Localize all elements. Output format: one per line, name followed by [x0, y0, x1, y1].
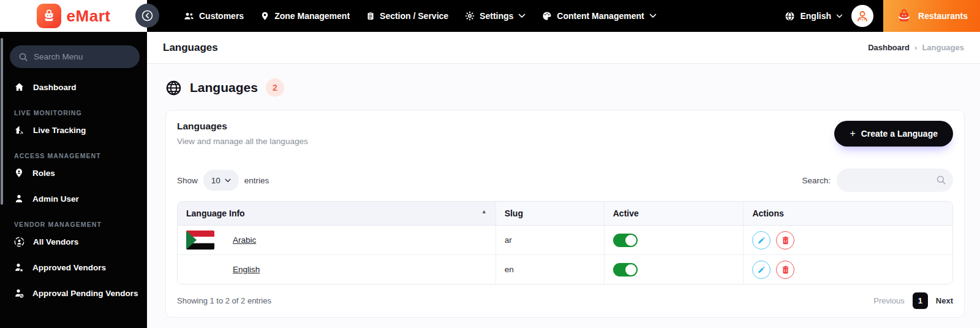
pencil-icon — [757, 265, 766, 274]
languages-table: Language Info ▲ Slug Active Actions — [177, 201, 953, 284]
create-language-button[interactable]: + Create a Language — [834, 121, 953, 147]
pencil-icon — [757, 236, 766, 245]
gear-icon — [465, 11, 475, 21]
arrow-left-circle-icon — [141, 9, 154, 22]
card-subtitle: View and manage all the languages — [177, 137, 308, 146]
palette-icon — [542, 11, 552, 21]
nav-settings[interactable]: Settings — [465, 11, 526, 21]
nav-customers-label: Customers — [199, 11, 244, 21]
slug-cell: ar — [496, 226, 604, 254]
role-pin-icon — [14, 168, 24, 178]
sidebar-item-approval-pending-vendors[interactable]: Approval Pending Vendors — [0, 280, 147, 306]
sidebar-section-live-monitoring: LIVE MONITORING — [14, 109, 147, 116]
sidebar-search-input[interactable] — [34, 52, 131, 61]
sidebar-section-vendor-management: VENDOR MANAGEMENT — [14, 221, 147, 228]
column-header-slug[interactable]: Slug — [496, 202, 604, 226]
toggle-knob — [625, 235, 636, 246]
language-link-english[interactable]: English — [233, 265, 260, 274]
column-header-language-info[interactable]: Language Info ▲ — [178, 202, 496, 226]
column-header-active[interactable]: Active — [604, 202, 744, 226]
delete-button-arabic[interactable] — [776, 231, 794, 250]
sidebar-section-access-management: ACCESS MANAGEMENT — [14, 152, 147, 159]
sidebar-item-live-tracking[interactable]: Live Tracking — [0, 117, 147, 143]
current-page-button[interactable]: 1 — [913, 292, 928, 309]
sidebar-scrollbar[interactable] — [1, 38, 3, 205]
language-selector[interactable]: English — [785, 11, 843, 21]
emart-bag-icon — [37, 4, 61, 28]
active-toggle-arabic[interactable] — [613, 234, 638, 247]
sidebar-item-label: All Vendors — [33, 237, 78, 246]
languages-count-badge: 2 — [266, 78, 284, 97]
restaurant-bag-icon — [895, 7, 913, 25]
table-footer: Showing 1 to 2 of 2 entries Previous 1 N… — [177, 292, 953, 309]
nav-settings-label: Settings — [480, 11, 513, 21]
nav-section-service-label: Section / Service — [380, 11, 448, 21]
card-header: Languages View and manage all the langua… — [177, 121, 953, 147]
vendors-circle-icon — [14, 237, 24, 247]
breadcrumb-dashboard[interactable]: Dashboard — [868, 43, 910, 52]
toggle-knob — [625, 264, 636, 275]
show-label: Show — [177, 176, 198, 185]
sort-ascending-icon[interactable]: ▲ — [481, 208, 487, 215]
sidebar-item-label: Live Tracking — [33, 126, 86, 135]
chevron-down-icon — [225, 178, 231, 183]
table-row: Arabic ar — [178, 226, 952, 254]
nav-section-service[interactable]: Section / Service — [366, 11, 448, 21]
breadcrumb: Dashboard › Languages — [868, 43, 964, 52]
trash-icon — [782, 236, 790, 245]
restaurants-label: Restaurants — [918, 11, 968, 21]
sidebar-item-dashboard[interactable]: Dashboard — [0, 74, 147, 100]
nav-customers[interactable]: Customers — [184, 11, 244, 21]
map-pin-icon — [260, 11, 270, 21]
table-controls: Show 10 entries Search: — [177, 169, 953, 192]
user-avatar[interactable] — [851, 5, 873, 27]
sidebar-item-admin-user[interactable]: Admin User — [0, 186, 147, 212]
chevron-down-icon — [518, 13, 526, 18]
languages-heading: Languages — [190, 80, 258, 95]
entries-summary: Showing 1 to 2 of 2 entries — [177, 296, 271, 305]
create-language-label: Create a Language — [861, 129, 938, 139]
entries-per-page-value: 10 — [211, 176, 221, 185]
language-link-arabic[interactable]: Arabic — [233, 235, 256, 245]
sidebar-item-roles[interactable]: Roles — [0, 160, 147, 186]
search-icon — [18, 52, 28, 62]
sudan-flag — [186, 231, 214, 250]
nav-zone-management-label: Zone Management — [274, 11, 350, 21]
page-title: Languages — [163, 42, 218, 54]
top-navigation-bar: eMart Customers Zone Management — [0, 0, 980, 32]
restaurants-switch[interactable]: Restaurants — [883, 0, 980, 32]
delete-button-english[interactable] — [776, 261, 794, 279]
edit-button-arabic[interactable] — [752, 231, 771, 250]
slug-cell: en — [496, 254, 604, 284]
sidebar: Dashboard LIVE MONITORING Live Tracking … — [0, 32, 147, 328]
active-toggle-english[interactable] — [613, 263, 638, 277]
top-menu: Customers Zone Management Section / Se — [147, 11, 657, 21]
nav-content-management[interactable]: Content Management — [542, 11, 656, 21]
tracking-home-icon — [14, 125, 24, 135]
main-content: Languages Dashboard › Languages Language… — [147, 32, 980, 328]
next-page-button[interactable]: Next — [936, 296, 953, 305]
sidebar-item-label: Dashboard — [33, 83, 77, 92]
table-row: English en — [178, 254, 952, 284]
previous-page-button[interactable]: Previous — [873, 296, 905, 305]
chevron-down-icon — [836, 14, 843, 18]
sidebar-search[interactable] — [10, 45, 140, 68]
sidebar-item-all-vendors[interactable]: All Vendors — [0, 229, 147, 254]
search-icon — [936, 175, 946, 185]
sidebar-item-approved-vendors[interactable]: Approved Vendors — [0, 254, 147, 280]
table-search-group: Search: — [802, 169, 953, 192]
user-icon — [14, 194, 24, 204]
page-header: Languages Dashboard › Languages — [147, 32, 980, 64]
breadcrumb-current: Languages — [922, 43, 964, 52]
show-entries-group: Show 10 entries — [177, 170, 269, 191]
brand-logo[interactable]: eMart — [0, 0, 147, 32]
nav-zone-management[interactable]: Zone Management — [260, 11, 350, 21]
column-header-actions[interactable]: Actions — [743, 202, 952, 226]
sidebar-item-label: Admin User — [32, 194, 79, 204]
entries-per-page-select[interactable]: 10 — [203, 170, 239, 191]
globe-icon — [785, 11, 795, 21]
sidebar-collapse-button[interactable] — [135, 4, 159, 28]
chevron-down-icon — [649, 13, 657, 18]
edit-button-english[interactable] — [752, 261, 771, 279]
globe-heading-icon — [165, 80, 182, 96]
